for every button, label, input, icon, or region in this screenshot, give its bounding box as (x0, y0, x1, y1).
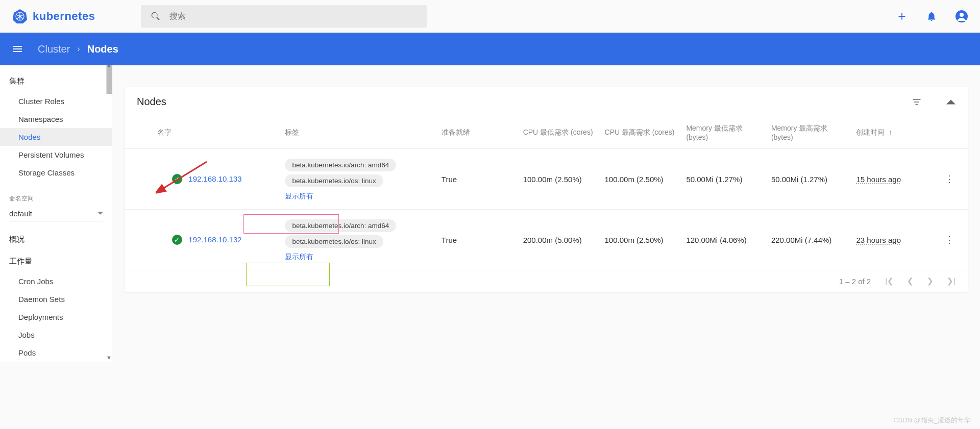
sidebar-item-pods[interactable]: Pods (0, 344, 112, 362)
sidebar-item-cluster-roles[interactable]: Cluster Roles (0, 92, 112, 110)
breadcrumb-separator: › (77, 44, 80, 54)
cell-created: 15 hours ago (856, 175, 901, 184)
svg-point-10 (960, 13, 964, 17)
cell-cpu-lim: 100.00m (2.50%) (601, 210, 682, 270)
hamburger-icon[interactable] (11, 43, 23, 55)
table-row: ✓ 192.168.10.133beta.kubernetes.io/arch:… (125, 149, 968, 210)
pager-next-icon[interactable]: ❯ (927, 276, 934, 286)
node-link[interactable]: 192.168.10.133 (188, 174, 241, 183)
brand-logo[interactable]: kubernetes (12, 9, 95, 24)
col-mem-lim[interactable]: Memory 最高需求 (bytes) (767, 117, 852, 149)
pager-last-icon[interactable]: ❯| (947, 276, 955, 286)
col-created[interactable]: 创建时间 ↑ (852, 117, 940, 149)
plus-icon[interactable] (896, 11, 908, 22)
label-chip: beta.kubernetes.io/arch: amd64 (285, 159, 396, 171)
pager: 1 – 2 of 2 |❮ ❮ ❯ ❯| (125, 270, 968, 292)
scrollbar-down-icon[interactable]: ▼ (106, 355, 112, 361)
search-box[interactable] (141, 5, 427, 28)
brand-text: kubernetes (33, 10, 95, 23)
sidebar-item-storage-classes[interactable]: Storage Classes (0, 164, 112, 182)
main-content: Nodes 名字 标签 准备就绪 CPU 最低需求 (cores) CPU 最高… (112, 65, 980, 362)
nodes-table: 名字 标签 准备就绪 CPU 最低需求 (cores) CPU 最高需求 (co… (125, 117, 968, 270)
label-chip: beta.kubernetes.io/os: linux (285, 174, 383, 187)
breadcrumb-root[interactable]: Cluster (38, 43, 70, 55)
pager-first-icon[interactable]: |❮ (885, 276, 894, 286)
breadcrumb-bar: Cluster › Nodes (0, 33, 980, 65)
cell-mem-req: 50.00Mi (1.27%) (682, 149, 767, 210)
col-mem-req[interactable]: Memory 最低需求 (bytes) (682, 117, 767, 149)
pager-text: 1 – 2 of 2 (839, 277, 871, 286)
row-menu-icon[interactable]: ⋮ (945, 174, 954, 184)
top-bar: kubernetes (0, 0, 980, 33)
sidebar-item-jobs[interactable]: Jobs (0, 326, 112, 344)
search-input[interactable] (169, 12, 418, 21)
sidebar-item-persistent-volumes[interactable]: Persistent Volumes (0, 146, 112, 164)
node-link[interactable]: 192.168.10.132 (188, 235, 241, 244)
status-ok-icon: ✓ (172, 235, 182, 245)
sidebar-item-namespaces[interactable]: Namespaces (0, 110, 112, 128)
namespace-select[interactable]: default (9, 207, 103, 221)
scrollbar-thumb[interactable]: ▲ (106, 65, 112, 94)
cell-ready: True (437, 149, 519, 210)
col-labels[interactable]: 标签 (281, 117, 437, 149)
sidebar-item-cron-jobs[interactable]: Cron Jobs (0, 272, 112, 290)
label-chip: beta.kubernetes.io/os: linux (285, 235, 383, 248)
cell-cpu-req: 100.00m (2.50%) (519, 149, 601, 210)
cell-mem-lim: 50.00Mi (1.27%) (767, 149, 852, 210)
show-all-link[interactable]: 显示所有 (285, 253, 433, 262)
collapse-icon[interactable] (946, 97, 955, 106)
user-icon[interactable] (955, 10, 968, 22)
scrollbar-up-icon[interactable]: ▲ (106, 62, 112, 68)
show-all-link[interactable]: 显示所有 (285, 192, 433, 201)
col-ready[interactable]: 准备就绪 (437, 117, 519, 149)
search-icon (150, 11, 161, 22)
cell-mem-req: 120.00Mi (4.06%) (682, 210, 767, 270)
cell-mem-lim: 220.00Mi (7.44%) (767, 210, 852, 270)
namespace-label: 命名空间 (0, 190, 112, 205)
status-ok-icon: ✓ (172, 174, 182, 184)
nodes-card: Nodes 名字 标签 准备就绪 CPU 最低需求 (cores) CPU 最高… (125, 87, 968, 292)
sidebar-item-daemon-sets[interactable]: Daemon Sets (0, 290, 112, 308)
sidebar-section-cluster[interactable]: 集群 (0, 70, 112, 92)
sidebar-section-workload[interactable]: 工作量 (0, 250, 112, 272)
kubernetes-icon (12, 9, 28, 24)
col-cpu-lim[interactable]: CPU 最高需求 (cores) (601, 117, 682, 149)
sidebar: ▲ 集群 Cluster RolesNamespacesNodesPersist… (0, 65, 112, 362)
breadcrumb-current: Nodes (87, 43, 118, 55)
col-cpu-req[interactable]: CPU 最低需求 (cores) (519, 117, 601, 149)
cell-created: 23 hours ago (856, 236, 901, 244)
pager-prev-icon[interactable]: ❮ (907, 276, 914, 286)
cell-ready: True (437, 210, 519, 270)
table-row: ✓ 192.168.10.132beta.kubernetes.io/arch:… (125, 210, 968, 270)
label-chip: beta.kubernetes.io/arch: amd64 (285, 219, 396, 232)
row-menu-icon[interactable]: ⋮ (945, 235, 954, 245)
filter-icon[interactable] (912, 97, 922, 107)
sidebar-item-deployments[interactable]: Deployments (0, 308, 112, 326)
sidebar-item-nodes[interactable]: Nodes (0, 128, 112, 146)
card-title: Nodes (137, 96, 166, 108)
sidebar-section-overview[interactable]: 概况 (0, 229, 112, 250)
cell-cpu-lim: 100.00m (2.50%) (601, 149, 682, 210)
namespace-value: default (9, 209, 32, 218)
col-name[interactable]: 名字 (125, 117, 281, 149)
top-actions (896, 10, 968, 22)
bell-icon[interactable] (926, 11, 937, 22)
cell-cpu-req: 200.00m (5.00%) (519, 210, 601, 270)
dropdown-icon (97, 211, 103, 216)
